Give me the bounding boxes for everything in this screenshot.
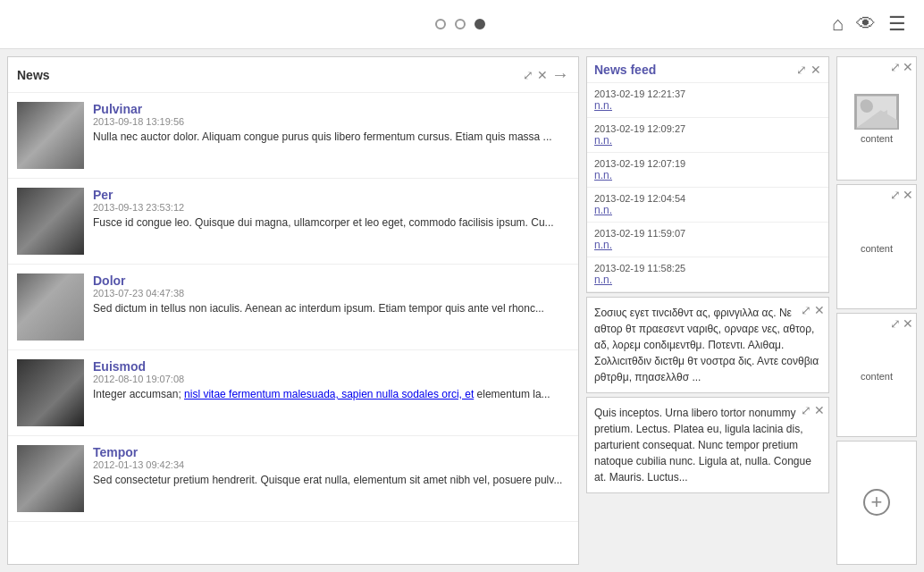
news-panel-title: News: [17, 68, 50, 82]
news-panel-header: News ⤢ ✕ →: [8, 57, 578, 93]
news-item-3: Dolor 2013-07-23 04:47:38 Sed dictum in …: [8, 265, 578, 350]
greek-panel-2-close-icon[interactable]: ✕: [814, 401, 825, 420]
widget-add-card: +: [836, 441, 917, 565]
widget-3-close-icon[interactable]: ✕: [903, 316, 913, 331]
news-item-text-3: Sed dictum in tellus non iaculis. Aenean…: [93, 301, 569, 316]
news-item-text-1: Nulla nec auctor dolor. Aliquam congue p…: [93, 130, 569, 145]
news-link-euismod[interactable]: nisl vitae fermentum malesuada, sapien n…: [184, 388, 474, 400]
news-item-1: Pulvinar 2013-09-18 13:19:56 Nulla nec a…: [8, 93, 578, 179]
feed-date-6: 2013-02-19 11:58:25: [594, 263, 821, 273]
widget-3-icons: ⤢ ✕: [890, 316, 913, 331]
news-items-list: Pulvinar 2013-09-18 13:19:56 Nulla nec a…: [8, 93, 578, 522]
news-content-3: Dolor 2013-07-23 04:47:38 Sed dictum in …: [93, 273, 569, 341]
news-thumb-4: [17, 359, 84, 426]
top-navigation-icons: ⌂ 👁 ☰: [832, 13, 906, 36]
news-item-text-2: Fusce id congue leo. Quisque dui magna, …: [93, 215, 569, 231]
widget-1-label: content: [861, 133, 893, 144]
widget-2-label: content: [861, 243, 893, 254]
feed-item-3: 2013-02-19 12:07:19 n.n.: [587, 153, 828, 188]
greek-panel-1-close-icon[interactable]: ✕: [814, 301, 825, 320]
news-content-2: Per 2013-09-13 23:53:12 Fusce id congue …: [93, 188, 569, 255]
feed-link-3[interactable]: n.n.: [594, 169, 821, 181]
greek-panel-2-expand-icon[interactable]: ⤢: [801, 401, 811, 420]
dot-3[interactable]: [475, 19, 485, 29]
greek-panel-1-expand-icon[interactable]: ⤢: [801, 301, 811, 320]
dot-2[interactable]: [455, 19, 466, 29]
top-bar: ⌂ 👁 ☰: [0, 0, 924, 49]
widget-2-close-icon[interactable]: ✕: [903, 188, 913, 202]
widget-1-image-svg: [856, 94, 897, 130]
news-item-date-2: 2013-09-13 23:53:12: [93, 202, 569, 213]
feed-item-6: 2013-02-19 11:58:25 n.n.: [587, 257, 828, 292]
main-layout: News ⤢ ✕ → Pulvinar 2013-09-18 13:19:56 …: [0, 49, 924, 572]
news-item-title-2[interactable]: Per: [93, 188, 569, 202]
right-column: News feed ⤢ ✕ 2013-02-19 12:21:37 n.n. 2…: [586, 49, 924, 572]
dot-1[interactable]: [435, 19, 446, 29]
header-actions: ⤢ ✕ →: [523, 64, 569, 85]
feed-date-4: 2013-02-19 12:04:54: [594, 193, 821, 204]
widget-2-expand-icon[interactable]: ⤢: [890, 188, 901, 202]
greek-panel-2-icons: ⤢ ✕: [801, 401, 825, 420]
news-item-4: Euismod 2012-08-10 19:07:08 Integer accu…: [8, 350, 578, 436]
news-item-title-3[interactable]: Dolor: [93, 273, 569, 288]
news-thumb-1: [17, 102, 84, 169]
widget-3-expand-icon[interactable]: ⤢: [890, 316, 901, 331]
feed-item-1: 2013-02-19 12:21:37 n.n.: [587, 83, 828, 118]
home-icon[interactable]: ⌂: [832, 13, 844, 36]
feed-item-4: 2013-02-19 12:04:54 n.n.: [587, 188, 828, 223]
feed-date-2: 2013-02-19 12:09:27: [594, 123, 821, 134]
greek-text-2: Quis inceptos. Urna libero tortor nonumm…: [594, 407, 811, 484]
close-icon[interactable]: ✕: [537, 68, 548, 82]
widget-1-icons: ⤢ ✕: [890, 60, 913, 74]
news-item-text-4: Integer accumsan; nisl vitae fermentum m…: [93, 387, 569, 402]
feed-date-1: 2013-02-19 12:21:37: [594, 88, 821, 99]
widget-1-expand-icon[interactable]: ⤢: [890, 60, 901, 74]
newsfeed-title: News feed: [594, 63, 656, 77]
news-thumb-3: [17, 273, 84, 341]
news-content-5: Tempor 2012-01-13 09:42:34 Sed consectet…: [93, 445, 569, 512]
widgets-column: ⤢ ✕ content ⤢ ✕ content: [836, 56, 917, 565]
newsfeed-expand-icon[interactable]: ⤢: [796, 63, 807, 77]
news-content-4: Euismod 2012-08-10 19:07:08 Integer accu…: [93, 359, 569, 426]
news-thumb-5: [17, 445, 84, 512]
widget-3-label: content: [861, 371, 893, 382]
feed-date-3: 2013-02-19 12:07:19: [594, 158, 821, 169]
feed-link-4[interactable]: n.n.: [594, 204, 821, 216]
widget-card-1: ⤢ ✕ content: [836, 56, 917, 181]
greek-text-1: Σοσιυς εγετ τινcιδθντ ας, φρινγιλλα ας. …: [594, 307, 819, 383]
news-panel: News ⤢ ✕ → Pulvinar 2013-09-18 13:19:56 …: [7, 56, 579, 565]
newsfeed-close-icon[interactable]: ✕: [811, 63, 821, 77]
news-thumb-2: [17, 188, 84, 255]
add-button[interactable]: +: [863, 489, 890, 516]
greek-text-panel-1: ⤢ ✕ Σοσιυς εγετ τινcιδθντ ας, φρινγιλλα …: [586, 297, 829, 393]
news-item-title-1[interactable]: Pulvinar: [93, 102, 569, 116]
widget-card-2: ⤢ ✕ content: [836, 184, 917, 308]
feed-items-list: 2013-02-19 12:21:37 n.n. 2013-02-19 12:0…: [587, 83, 828, 292]
feed-link-1[interactable]: n.n.: [594, 99, 821, 112]
feed-link-6[interactable]: n.n.: [594, 273, 821, 286]
news-content-1: Pulvinar 2013-09-18 13:19:56 Nulla nec a…: [93, 102, 569, 169]
widget-1-image: [854, 94, 899, 130]
news-item-date-4: 2012-08-10 19:07:08: [93, 374, 569, 384]
pagination-dots: [435, 19, 485, 29]
arrow-right-icon[interactable]: →: [551, 64, 569, 85]
newsfeed-header: News feed ⤢ ✕: [587, 57, 828, 83]
feed-link-2[interactable]: n.n.: [594, 134, 821, 147]
widget-1-close-icon[interactable]: ✕: [903, 60, 913, 74]
feed-link-5[interactable]: n.n.: [594, 239, 821, 251]
eye-icon[interactable]: 👁: [856, 13, 876, 36]
greek-text-panel-2: ⤢ ✕ Quis inceptos. Urna libero tortor no…: [586, 397, 829, 493]
feed-date-5: 2013-02-19 11:59:07: [594, 228, 821, 239]
widget-2-icons: ⤢ ✕: [890, 188, 913, 202]
newsfeed-container: News feed ⤢ ✕ 2013-02-19 12:21:37 n.n. 2…: [586, 56, 829, 565]
news-item-5: Tempor 2012-01-13 09:42:34 Sed consectet…: [8, 436, 578, 522]
menu-icon[interactable]: ☰: [888, 13, 906, 36]
feed-item-5: 2013-02-19 11:59:07 n.n.: [587, 223, 828, 257]
newsfeed-header-icons: ⤢ ✕: [796, 63, 821, 77]
news-item-title-4[interactable]: Euismod: [93, 359, 569, 374]
widget-card-3: ⤢ ✕ content: [836, 313, 917, 437]
news-item-date-5: 2012-01-13 09:42:34: [93, 459, 569, 470]
news-item-title-5[interactable]: Tempor: [93, 445, 569, 459]
expand-icon[interactable]: ⤢: [523, 68, 533, 82]
feed-item-2: 2013-02-19 12:09:27 n.n.: [587, 118, 828, 153]
